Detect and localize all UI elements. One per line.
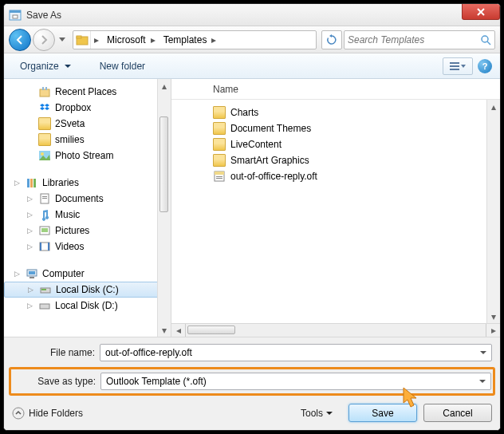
hide-folders-button[interactable]: Hide Folders [12, 407, 83, 420]
toolbar: Organize New folder ? [4, 53, 500, 79]
pictures-icon [38, 224, 51, 237]
titlebar: Save As [4, 4, 500, 26]
breadcrumb[interactable]: ▸ Microsoft ▸ Templates ▸ [73, 30, 317, 49]
refresh-button[interactable] [321, 30, 342, 49]
svg-rect-29 [41, 289, 46, 290]
scroll-thumb[interactable] [187, 326, 235, 334]
back-button[interactable] [9, 29, 31, 51]
svg-rect-1 [10, 10, 21, 13]
tree-diskc[interactable]: ▷Local Disk (C:) [4, 282, 171, 298]
tree-2sveta[interactable]: 2Sveta [4, 116, 171, 132]
navbar: ▸ Microsoft ▸ Templates ▸ [4, 26, 500, 53]
folder-live[interactable]: LiveContent [213, 136, 500, 152]
highlight-annotation: Save as type: Outlook Template (*.oft) [9, 367, 495, 396]
crumb-microsoft[interactable]: Microsoft [102, 31, 148, 49]
svg-rect-18 [42, 196, 47, 197]
chevron-right-icon[interactable]: ▸ [148, 34, 159, 45]
expander-icon[interactable]: ▷ [25, 227, 34, 235]
svg-rect-34 [216, 178, 222, 179]
tree-documents[interactable]: ▷Documents [4, 191, 171, 207]
window-title: Save As [26, 10, 61, 21]
expander-icon[interactable]: ▷ [26, 286, 35, 294]
tree-scrollbar[interactable]: ▴ ▾ [157, 79, 171, 337]
tree-dropbox[interactable]: Dropbox [4, 100, 171, 116]
cancel-button[interactable]: Cancel [423, 404, 492, 422]
svg-rect-2 [13, 15, 18, 18]
tree-smilies[interactable]: smilies [4, 132, 171, 148]
expander-icon[interactable]: ▷ [25, 243, 34, 251]
help-button[interactable]: ? [478, 59, 492, 73]
folder-smartart[interactable]: SmartArt Graphics [213, 152, 500, 168]
tree-pictures[interactable]: ▷Pictures [4, 223, 171, 239]
svg-rect-11 [45, 87, 47, 90]
tree-diskd[interactable]: ▷Local Disk (D:) [4, 298, 171, 314]
navigation-tree[interactable]: Recent Places Dropbox 2Sveta smilies Pho… [4, 79, 171, 337]
file-list[interactable]: Charts Document Themes LiveContent Smart… [171, 100, 500, 323]
crumb-templates[interactable]: Templates [159, 31, 209, 49]
save-button[interactable]: Save [348, 404, 417, 422]
scroll-down-icon[interactable]: ▾ [158, 323, 171, 337]
music-icon [38, 208, 51, 221]
tools-dropdown[interactable]: Tools [301, 408, 333, 419]
svg-rect-21 [41, 228, 48, 232]
folder-icon [38, 117, 51, 130]
svg-rect-7 [450, 65, 459, 67]
scroll-right-icon[interactable]: ▸ [486, 324, 500, 337]
organize-button[interactable]: Organize [12, 57, 79, 75]
view-button[interactable] [443, 57, 473, 75]
folder-icon [38, 133, 51, 146]
dropbox-icon [38, 101, 51, 114]
column-header-name[interactable]: Name [171, 79, 500, 100]
expander-icon[interactable]: ▷ [12, 179, 22, 187]
scroll-thumb[interactable] [159, 116, 168, 212]
history-dropdown[interactable] [57, 32, 68, 48]
svg-rect-4 [77, 36, 81, 38]
oft-icon [213, 170, 226, 183]
library-icon [26, 176, 38, 189]
filename-input[interactable]: out-of-office-reply.oft [100, 344, 492, 361]
svg-rect-8 [450, 69, 459, 70]
expander-icon[interactable]: ▷ [25, 211, 34, 219]
savetype-label: Save as type: [13, 376, 100, 387]
svg-rect-27 [30, 277, 34, 278]
folder-icon [213, 122, 226, 135]
savetype-dropdown[interactable]: Outlook Template (*.oft) [100, 373, 491, 390]
forward-button[interactable] [33, 29, 55, 51]
file-oft[interactable]: out-of-office-reply.oft [213, 168, 500, 184]
folder-charts[interactable]: Charts [213, 105, 500, 120]
svg-rect-26 [29, 271, 35, 274]
chevron-right-icon[interactable]: ▸ [208, 34, 219, 45]
expander-icon[interactable]: ▷ [25, 302, 34, 310]
scroll-up-icon[interactable]: ▴ [158, 79, 171, 93]
search-field[interactable] [348, 34, 480, 45]
expander-icon[interactable]: ▷ [12, 270, 22, 278]
svg-rect-9 [40, 89, 49, 97]
svg-point-13 [41, 152, 44, 156]
svg-rect-6 [450, 62, 459, 64]
scroll-up-icon[interactable]: ▴ [487, 100, 500, 113]
svg-rect-16 [33, 179, 36, 187]
tree-libraries[interactable]: ▷Libraries [4, 175, 171, 191]
close-button[interactable] [462, 4, 500, 20]
expander-icon[interactable]: ▷ [25, 195, 34, 203]
list-scrollbar[interactable]: ▴ ▾ [486, 100, 500, 323]
folder-icon [213, 138, 226, 151]
tree-videos[interactable]: ▷Videos [4, 239, 171, 254]
tree-recent[interactable]: Recent Places [4, 84, 171, 100]
filename-label: File name: [12, 347, 100, 358]
chevron-right-icon[interactable]: ▸ [91, 34, 102, 45]
tree-computer[interactable]: ▷Computer [4, 266, 171, 282]
folder-themes[interactable]: Document Themes [213, 120, 500, 136]
svg-rect-32 [215, 172, 224, 175]
drive-icon [38, 299, 51, 312]
tree-photo[interactable]: Photo Stream [4, 148, 171, 164]
svg-rect-19 [42, 198, 47, 199]
scroll-down-icon[interactable]: ▾ [487, 310, 500, 323]
new-folder-button[interactable]: New folder [92, 57, 153, 75]
horizontal-scrollbar[interactable]: ◂ ▸ [171, 323, 500, 337]
recent-icon [38, 85, 51, 98]
tree-music[interactable]: ▷Music [4, 207, 171, 223]
scroll-left-icon[interactable]: ◂ [171, 324, 185, 337]
search-input[interactable] [344, 30, 495, 49]
svg-rect-10 [42, 87, 44, 90]
